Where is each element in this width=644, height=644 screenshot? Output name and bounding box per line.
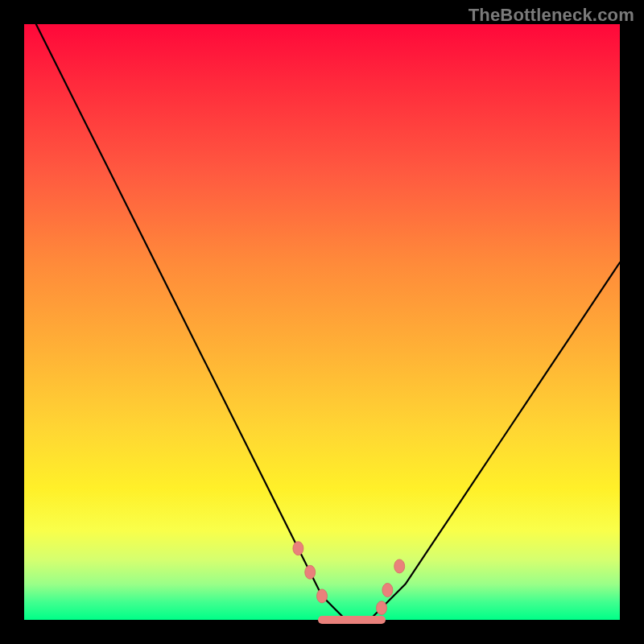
marker-group [293,542,405,615]
curve-marker [382,584,393,597]
curve-marker [317,589,328,603]
watermark-text: TheBottleneck.com [469,5,634,26]
curve-marker [394,559,405,573]
curve-marker [305,565,316,579]
plot-area [24,24,620,620]
bottleneck-curve [36,24,620,620]
curve-marker [293,542,303,555]
curve-marker [377,601,387,615]
chart-svg [24,24,620,620]
outer-frame: TheBottleneck.com [0,0,644,644]
